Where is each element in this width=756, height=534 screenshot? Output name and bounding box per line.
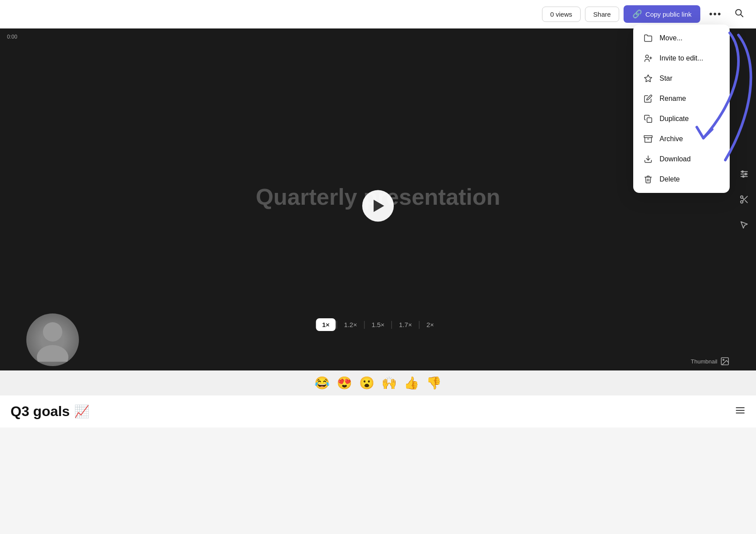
- archive-icon: [643, 135, 653, 143]
- svg-point-11: [37, 345, 68, 362]
- speed-1-7x[interactable]: 1.7×: [393, 318, 418, 331]
- title-emoji: 📈: [74, 404, 89, 419]
- reaction-bar: 😂 😍 😮 🙌 👍 👎: [0, 370, 756, 395]
- reaction-thumbs-up[interactable]: 👍: [404, 376, 419, 390]
- menu-item-star[interactable]: Star: [633, 68, 730, 89]
- svg-line-21: [745, 200, 747, 203]
- folder-icon: [643, 34, 653, 43]
- play-button[interactable]: [362, 190, 394, 221]
- bottom-bar: Q3 goals 📈: [0, 395, 756, 427]
- menu-item-rename[interactable]: Rename: [633, 89, 730, 109]
- menu-move-label: Move...: [660, 34, 682, 42]
- divider: [337, 321, 337, 329]
- trash-icon: [643, 175, 653, 184]
- timestamp: 0:00: [7, 34, 17, 40]
- menu-item-duplicate[interactable]: Duplicate: [633, 109, 730, 129]
- speed-2x[interactable]: 2×: [420, 318, 440, 331]
- search-button[interactable]: [731, 6, 747, 22]
- image-icon: [720, 356, 730, 366]
- copy-link-button[interactable]: 🔗 Copy public link: [624, 5, 700, 23]
- page-title: Q3 goals: [11, 403, 70, 420]
- divider: [364, 321, 364, 329]
- menu-delete-label: Delete: [660, 175, 680, 183]
- svg-marker-5: [645, 75, 652, 82]
- speed-1-2x[interactable]: 1.2×: [338, 318, 364, 331]
- link-icon: 🔗: [632, 9, 642, 19]
- svg-point-15: [742, 171, 744, 173]
- svg-point-2: [645, 55, 649, 58]
- menu-archive-label: Archive: [660, 135, 683, 143]
- menu-item-download[interactable]: Download: [633, 149, 730, 169]
- page-title-area: Q3 goals 📈: [11, 403, 89, 420]
- adjustments-button[interactable]: [737, 167, 752, 182]
- right-toolbar: [732, 28, 756, 370]
- reaction-surprised[interactable]: 😮: [359, 376, 374, 390]
- dropdown-menu: Move... Invite to edit... Star: [633, 25, 730, 193]
- reaction-thumbs-down[interactable]: 👎: [426, 376, 442, 390]
- svg-point-10: [43, 322, 62, 342]
- search-icon: [734, 8, 744, 18]
- share-button[interactable]: Share: [585, 7, 619, 22]
- reaction-raised-hands[interactable]: 🙌: [382, 376, 397, 390]
- thumbnail-text: Thumbnail: [691, 358, 717, 365]
- speed-1-5x[interactable]: 1.5×: [365, 318, 391, 331]
- svg-rect-7: [644, 136, 652, 138]
- svg-point-16: [745, 173, 747, 175]
- menu-item-archive[interactable]: Archive: [633, 129, 730, 149]
- svg-line-22: [742, 198, 744, 199]
- menu-star-label: Star: [660, 75, 672, 82]
- divider: [419, 321, 419, 329]
- svg-rect-6: [647, 118, 652, 123]
- menu-rename-label: Rename: [660, 95, 686, 103]
- person-icon: [643, 54, 653, 63]
- cursor-button[interactable]: [737, 217, 752, 232]
- avatar-placeholder: [26, 313, 79, 366]
- reaction-heart-eyes[interactable]: 😍: [337, 376, 352, 390]
- play-icon: [374, 199, 384, 212]
- scissors-button[interactable]: [737, 192, 752, 207]
- divider: [392, 321, 392, 329]
- svg-point-17: [742, 176, 744, 178]
- speed-controls: 1× 1.2× 1.5× 1.7× 2×: [316, 318, 440, 331]
- avatar: [26, 313, 79, 366]
- svg-line-1: [741, 14, 743, 17]
- pencil-icon: [643, 94, 653, 103]
- menu-download-label: Download: [660, 155, 691, 163]
- menu-item-invite[interactable]: Invite to edit...: [633, 48, 730, 68]
- download-icon: [643, 155, 653, 164]
- more-options-button[interactable]: •••: [705, 7, 726, 21]
- reaction-laughing[interactable]: 😂: [314, 376, 330, 390]
- speed-1x[interactable]: 1×: [316, 318, 335, 331]
- duplicate-icon: [643, 114, 653, 123]
- menu-item-delete[interactable]: Delete: [633, 169, 730, 189]
- menu-duplicate-label: Duplicate: [660, 115, 689, 123]
- top-bar: 0 views Share 🔗 Copy public link ••• Mov…: [0, 0, 756, 28]
- views-button[interactable]: 0 views: [542, 7, 581, 22]
- star-icon: [643, 74, 653, 83]
- copy-link-label: Copy public link: [645, 11, 692, 18]
- hamburger-menu-button[interactable]: [735, 405, 745, 418]
- menu-item-move[interactable]: Move...: [633, 28, 730, 48]
- menu-invite-label: Invite to edit...: [660, 54, 703, 62]
- thumbnail-area: Thumbnail: [691, 356, 730, 366]
- svg-point-24: [723, 359, 724, 360]
